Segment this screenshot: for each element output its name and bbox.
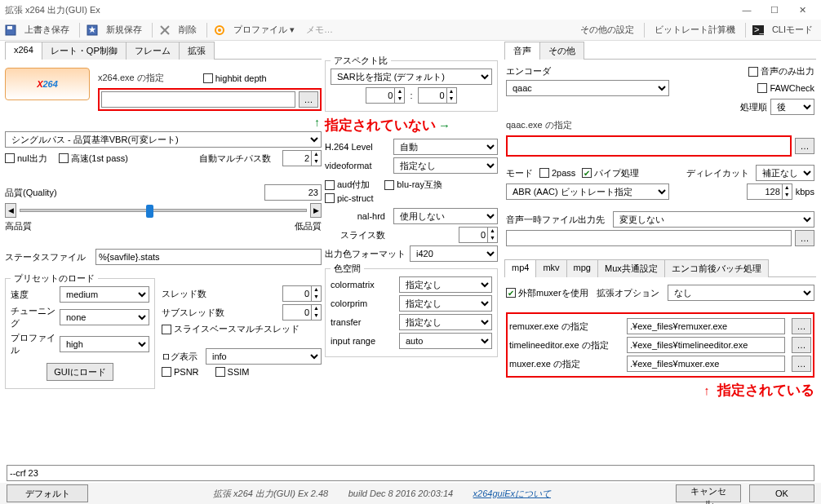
delete-button[interactable]: 削除: [175, 22, 200, 38]
memo-button[interactable]: メモ…: [303, 22, 336, 38]
svg-point-7: [218, 29, 221, 32]
outfmt-select[interactable]: i420: [410, 245, 498, 262]
videoformat-select[interactable]: 指定なし: [393, 157, 498, 174]
tab-rate-qp[interactable]: レート・QP制御: [42, 42, 126, 60]
pipe-checkbox[interactable]: パイプ処理: [582, 167, 639, 179]
x264-exe-browse-button[interactable]: …: [299, 91, 318, 108]
overwrite-save-button[interactable]: 上書き保存: [21, 22, 73, 38]
x264-exe-input[interactable]: [101, 91, 295, 108]
psnr-checkbox[interactable]: PSNR: [162, 367, 199, 377]
tab-other[interactable]: その他: [539, 42, 584, 60]
audio-exe-browse-button[interactable]: …: [795, 138, 814, 154]
status-file-input[interactable]: [95, 249, 322, 265]
delay-select[interactable]: 補正なし: [756, 165, 814, 181]
h264-level-select[interactable]: 自動: [393, 139, 498, 155]
cli-mode-button[interactable]: CLIモード: [769, 22, 816, 38]
timelineeditor-input[interactable]: [627, 337, 785, 353]
aud-checkbox[interactable]: aud付加: [325, 179, 370, 191]
remuxer-input[interactable]: [627, 318, 785, 334]
transfer-select[interactable]: 指定なし: [399, 314, 492, 330]
log-select[interactable]: info: [206, 348, 322, 365]
inputrange-select[interactable]: auto: [399, 333, 492, 349]
new-save-button[interactable]: 新規保存: [103, 22, 145, 38]
faw-check-checkbox[interactable]: FAWCheck: [757, 83, 814, 93]
pass-mode-select[interactable]: シングルパス - 品質基準VBR(可変レート): [5, 131, 322, 148]
status-file-label: ステータスファイル: [5, 251, 86, 263]
twopass-checkbox[interactable]: 2pass: [539, 168, 575, 178]
save-icon: [5, 24, 16, 36]
delay-label: ディレイカット: [686, 167, 749, 179]
subthreads-spinner[interactable]: ▲▼: [282, 304, 322, 321]
auto-multipass-spinner[interactable]: ▲▼: [282, 150, 322, 166]
nul-output-checkbox[interactable]: nul出力: [5, 153, 47, 165]
other-settings-button[interactable]: その他の設定: [577, 22, 637, 38]
tuning-select[interactable]: none: [60, 309, 149, 325]
timelineeditor-browse-button[interactable]: …: [792, 337, 811, 353]
tab-mpg[interactable]: mpg: [566, 259, 598, 277]
bluray-checkbox[interactable]: blu-ray互換: [384, 179, 442, 191]
maximize-button[interactable]: ☐: [761, 0, 788, 20]
tab-ext[interactable]: 拡張: [179, 42, 215, 60]
audio-exe-input[interactable]: [508, 137, 790, 155]
toolbar: 上書き保存 ★ 新規保存 削除 プロファイル ▾ メモ… その他の設定 ビットレ…: [0, 20, 821, 41]
audio-bitrate-spinner[interactable]: ▲▼: [747, 183, 792, 200]
ext-muxer-checkbox[interactable]: 外部muxerを使用: [506, 287, 588, 299]
profile-button[interactable]: プロファイル ▾: [230, 22, 298, 38]
tab-audio[interactable]: 音声: [504, 42, 540, 60]
nalhrd-label: nal-hrd: [325, 211, 390, 221]
audio-only-checkbox[interactable]: 音声のみ出力: [748, 65, 814, 77]
encoder-select[interactable]: qaac: [506, 80, 669, 96]
quality-value-input[interactable]: [264, 184, 322, 201]
audio-bitrate-mode-select[interactable]: ABR (AAC) ビットレート指定: [506, 183, 669, 200]
ok-button[interactable]: OK: [749, 484, 814, 502]
tmpfile-select[interactable]: 変更しない: [613, 211, 814, 228]
sar-h-spinner[interactable]: ▲▼: [418, 87, 457, 104]
ssim-checkbox[interactable]: SSIM: [215, 367, 250, 377]
quality-slider-left[interactable]: ◀: [5, 203, 16, 218]
tmpfile-browse-button[interactable]: …: [795, 230, 814, 246]
remuxer-browse-button[interactable]: …: [792, 318, 811, 334]
highbit-depth-checkbox[interactable]: highbit depth: [203, 73, 267, 83]
default-button[interactable]: デフォルト: [7, 484, 88, 502]
tab-mp4[interactable]: mp4: [504, 259, 536, 277]
speed-select[interactable]: medium: [60, 286, 149, 303]
quality-slider-right[interactable]: ▶: [310, 203, 322, 218]
nalhrd-select[interactable]: 使用しない: [393, 208, 498, 224]
tab-x264[interactable]: x264: [5, 42, 42, 60]
about-link[interactable]: x264guiExについて: [473, 489, 551, 498]
cmdline-input[interactable]: [7, 465, 814, 481]
auto-multipass-label: 自動マルチパス数: [199, 153, 271, 165]
muxer-input[interactable]: [627, 356, 785, 372]
fast-1stpass-checkbox[interactable]: 高速(1st pass): [59, 153, 128, 165]
threads-spinner[interactable]: ▲▼: [282, 285, 322, 302]
muxer-browse-button[interactable]: …: [792, 356, 811, 372]
colorprim-select[interactable]: 指定なし: [399, 295, 492, 312]
cancel-button[interactable]: キャンセル: [676, 484, 741, 502]
slice-spinner[interactable]: ▲▼: [459, 227, 498, 243]
proc-order-select[interactable]: 後: [770, 99, 814, 115]
tmpfile-label: 音声一時ファイル出力先: [506, 214, 605, 226]
quality-slider[interactable]: [20, 209, 307, 212]
picstruct-checkbox[interactable]: pic-struct: [325, 193, 374, 203]
h264-level-label: H.264 Level: [325, 142, 390, 152]
gui-load-button[interactable]: GUIにロード: [47, 363, 113, 381]
tab-mux-common[interactable]: Mux共通設定: [597, 259, 665, 277]
window-title: 拡張 x264 出力(GUI) Ex: [5, 4, 100, 16]
bitrate-calc-button[interactable]: ビットレート計算機: [651, 22, 739, 38]
profile-select[interactable]: high: [60, 336, 149, 352]
tab-frame[interactable]: フレーム: [126, 42, 180, 60]
sar-w-spinner[interactable]: ▲▼: [366, 87, 405, 104]
minimize-button[interactable]: —: [733, 0, 761, 20]
cli-icon: >_: [752, 24, 764, 36]
sar-select[interactable]: SAR比を指定 (デフォルト): [331, 69, 492, 85]
profile-icon: [214, 24, 225, 36]
tab-enc-batch[interactable]: エンコ前後バッチ処理: [664, 259, 769, 277]
annotation-not-specified: 指定されていない: [325, 117, 436, 133]
tmpfile-path-input[interactable]: [506, 230, 792, 246]
close-button[interactable]: ✕: [788, 0, 816, 20]
colormatrix-select[interactable]: 指定なし: [399, 276, 492, 293]
tab-mkv[interactable]: mkv: [535, 259, 566, 277]
slice-base-checkbox[interactable]: スライスベースマルチスレッド: [162, 323, 300, 335]
ext-opt-select[interactable]: なし: [668, 285, 814, 301]
high-quality-label: 高品質: [5, 220, 32, 232]
